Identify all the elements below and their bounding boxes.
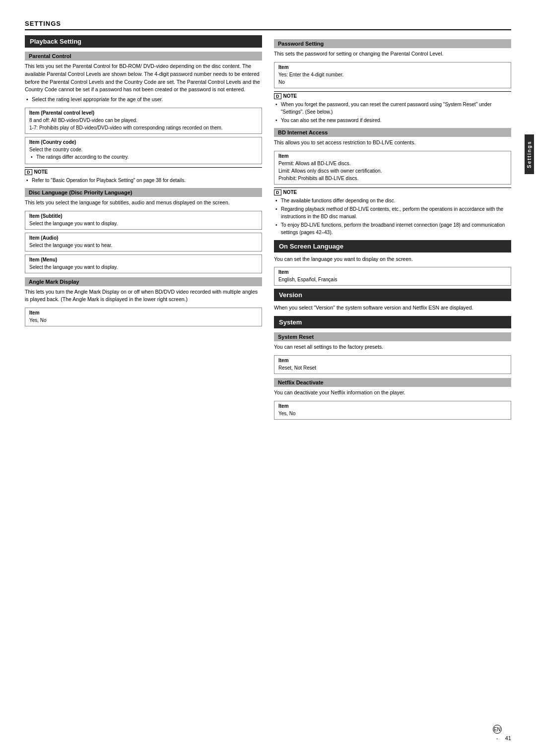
parental-control-body: This lets you set the Parental Control f… — [25, 63, 262, 104]
item-password-label: Item — [278, 64, 507, 70]
item-subtitle-box: Item (Subtitle) Select the language you … — [25, 211, 262, 230]
system-reset-header: System Reset — [274, 332, 511, 341]
page-number-circle: EN - — [493, 725, 502, 734]
playback-setting-title: Playback Setting — [25, 35, 262, 48]
item-country-label: Item (Country code) — [29, 139, 258, 145]
left-column: Playback Setting Parental Control This l… — [25, 35, 262, 423]
bd-internet-body: This allows you to set access restrictio… — [274, 139, 511, 147]
password-note-label: D NOTE — [274, 93, 511, 99]
version-body: When you select "Version" the system sof… — [274, 304, 511, 312]
item-system-reset-box: Item Reset, Not Reset — [274, 355, 511, 374]
password-note1: When you forget the password, you can re… — [274, 101, 511, 116]
on-screen-language-title: On Screen Language — [274, 240, 511, 252]
note-icon-password: D — [274, 93, 281, 99]
item-language-label: Item — [278, 269, 507, 275]
item-bd-content3: Prohibit: Prohibits all BD-LIVE discs. — [278, 175, 507, 182]
version-title: Version — [274, 289, 511, 301]
netflix-deactivate-header: Netflix Deactivate — [274, 378, 511, 387]
item-menu-box: Item (Menu) Select the language you want… — [25, 254, 262, 273]
parental-note-content: Refer to "Basic Operation for Playback S… — [25, 177, 262, 184]
item-netflix-label: Item — [278, 403, 507, 409]
item-country-bullet: The ratings differ according to the coun… — [29, 153, 258, 161]
settings-header: SETTINGS — [25, 20, 511, 30]
item-angle-label: Item — [29, 310, 258, 315]
bd-note-label: D NOTE — [274, 189, 511, 195]
item-menu-label: Item (Menu) — [29, 257, 258, 262]
bd-note1: The available functions differ depending… — [274, 197, 511, 204]
item-parental-box: Item (Parental control level) 8 and off:… — [25, 108, 262, 134]
page-number: EN - 41 — [493, 725, 511, 741]
note-icon: D — [25, 169, 32, 175]
item-system-reset-label: Item — [278, 358, 507, 363]
item-netflix-content: Yes, No — [278, 410, 507, 417]
item-password-box: Item Yes: Enter the 4-digit number. No — [274, 62, 511, 88]
item-language-box: Item English, Español, Français — [274, 267, 511, 286]
parental-bullet1: Select the rating level appropriate for … — [25, 96, 262, 104]
item-parental-content1: 8 and off: All BD-video/DVD-video can be… — [29, 117, 258, 124]
item-angle-box: Item Yes, No — [25, 308, 262, 326]
angle-mark-header: Angle Mark Display — [25, 277, 262, 286]
on-screen-language-body: You can set the language you want to dis… — [274, 255, 511, 263]
angle-mark-body: This lets you turn the Angle Mark Displa… — [25, 288, 262, 304]
password-setting-body: This sets the password for setting or ch… — [274, 50, 511, 58]
item-bd-label: Item — [278, 153, 507, 159]
page-container: SETTINGS Playback Setting Parental Contr… — [25, 20, 511, 423]
parental-note-label: D NOTE — [25, 169, 262, 175]
item-language-content: English, Español, Français — [278, 276, 507, 283]
bd-note2: Regarding playback method of BD-LIVE con… — [274, 205, 511, 220]
password-note-box: D NOTE When you forget the password, you… — [274, 91, 511, 124]
item-bd-box: Item Permit: Allows all BD-LIVE discs. L… — [274, 151, 511, 185]
item-bd-content1: Permit: Allows all BD-LIVE discs. — [278, 160, 507, 167]
system-title: System — [274, 316, 511, 328]
item-password-content2: No — [278, 78, 507, 86]
right-column: Password Setting This sets the password … — [274, 39, 511, 420]
item-country-box: Item (Country code) Select the country c… — [25, 137, 262, 164]
bd-note3: To enjoy BD-LIVE functions, perform the … — [274, 221, 511, 236]
item-system-reset-content: Reset, Not Reset — [278, 364, 507, 372]
item-audio-box: Item (Audio) Select the language you wan… — [25, 233, 262, 252]
password-note2: You can also set the new password if des… — [274, 117, 511, 124]
note-icon-bd: D — [274, 189, 281, 195]
disc-language-header: Disc Language (Disc Priority Language) — [25, 188, 262, 197]
item-subtitle-content: Select the language you want to display. — [29, 220, 258, 227]
settings-side-tab: Settings — [525, 134, 534, 174]
bd-note-box: D NOTE The available functions differ de… — [274, 188, 511, 236]
system-reset-body: You can reset all settings to the factor… — [274, 343, 511, 351]
item-subtitle-label: Item (Subtitle) — [29, 213, 258, 219]
item-parental-content2: 1-7: Prohibits play of BD-video/DVD-vide… — [29, 124, 258, 131]
item-parental-label: Item (Parental control level) — [29, 110, 258, 116]
item-menu-content: Select the language you want to display. — [29, 263, 258, 271]
page-number-value: 41 — [505, 735, 511, 741]
item-country-content1: Select the country code. — [29, 146, 258, 153]
item-angle-content: Yes, No — [29, 316, 258, 324]
parental-control-header: Parental Control — [25, 52, 262, 61]
two-col-layout: Playback Setting Parental Control This l… — [25, 35, 511, 423]
item-netflix-box: Item Yes, No — [274, 401, 511, 420]
item-bd-content2: Limit: Allows only discs with owner cert… — [278, 167, 507, 175]
item-password-content1: Yes: Enter the 4-digit number. — [278, 71, 507, 78]
right-col-wrapper: Password Setting This sets the password … — [274, 35, 511, 423]
parental-note-box: D NOTE Refer to "Basic Operation for Pla… — [25, 167, 262, 184]
item-audio-content: Select the language you want to hear. — [29, 242, 258, 249]
netflix-deactivate-body: You can deactivate your Netflix informat… — [274, 389, 511, 397]
password-setting-header: Password Setting — [274, 39, 511, 48]
disc-language-body: This lets you select the language for su… — [25, 199, 262, 207]
bd-internet-header: BD Internet Access — [274, 128, 511, 137]
item-audio-label: Item (Audio) — [29, 235, 258, 241]
